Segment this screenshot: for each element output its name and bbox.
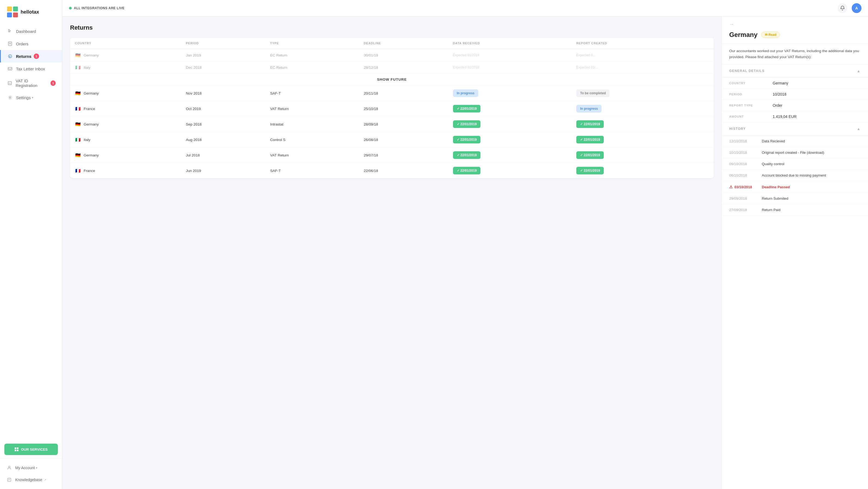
detail-label: AMOUNT bbox=[729, 114, 773, 118]
detail-value: 10/2018 bbox=[773, 92, 786, 96]
history-row: 29/09/2018 Return Submited bbox=[722, 193, 868, 204]
cell-type: Control S bbox=[265, 132, 359, 148]
show-future-label[interactable]: SHOW FUTURE bbox=[70, 73, 714, 86]
cell-deadline: 28/12/18 bbox=[359, 61, 448, 73]
sidebar-item-label: VAT ID Registration bbox=[16, 79, 49, 88]
data-received-status: ✓ 22/01/2019 bbox=[453, 120, 480, 128]
sidebar-item-returns[interactable]: € Returns 1 bbox=[0, 50, 62, 62]
col-period: PERIOD bbox=[181, 38, 265, 49]
history-event: Return Paid bbox=[762, 208, 780, 212]
detail-row: AMOUNT 1.419,04 EUR bbox=[722, 111, 868, 122]
cell-data-received: In progress bbox=[448, 86, 571, 101]
table-row[interactable]: 🇩🇪GermanyJul 2018VAT Return29/07/18✓ 22/… bbox=[70, 148, 714, 163]
my-account-label: My Account bbox=[15, 466, 35, 470]
topbar: ALL INTEGRATIONS ARE LIVE A bbox=[62, 0, 868, 17]
table-row[interactable]: 🇫🇷FranceJun 2019SAF-T22/06/18✓ 22/01/201… bbox=[70, 163, 714, 179]
table-row[interactable]: 🇫🇷FranceOct 2019VAT Return25/10/18✓ 22/0… bbox=[70, 101, 714, 117]
country-name: Germany bbox=[84, 53, 99, 57]
table-row[interactable]: 🇩🇪GermanyNov 2018SAF-T20/11/18In progres… bbox=[70, 86, 714, 101]
sidebar-item-dashboard[interactable]: Dashboard bbox=[0, 25, 62, 37]
detail-label: COUNTRY bbox=[729, 81, 773, 85]
report-created-status: In progress bbox=[576, 105, 601, 113]
country-name: Germany bbox=[84, 91, 99, 95]
svg-rect-9 bbox=[9, 44, 11, 44]
cell-report-created: In progress bbox=[571, 101, 714, 117]
svg-rect-19 bbox=[17, 450, 19, 451]
sidebar-item-knowledgebase[interactable]: Knowledgebase ↗ bbox=[0, 474, 62, 486]
back-arrow[interactable]: → bbox=[722, 17, 868, 27]
avatar-label: A bbox=[855, 6, 858, 10]
table-row[interactable]: 🇩🇪GermanySep 2018Intrastat28/09/18✓ 22/0… bbox=[70, 117, 714, 132]
detail-label: REPORT TYPE bbox=[729, 103, 773, 107]
history-title: HISTORY bbox=[729, 127, 746, 131]
history-date: 29/09/2018 bbox=[729, 196, 762, 201]
detail-label: PERIOD bbox=[729, 92, 773, 96]
history-event: Deadline Passed bbox=[762, 185, 790, 189]
flag-icon: 🇮🇹 bbox=[75, 137, 81, 142]
sidebar-item-orders[interactable]: Orders bbox=[0, 37, 62, 50]
svg-rect-1 bbox=[13, 6, 18, 11]
table-row[interactable]: 🇩🇪GermanyJan 2019EC Return30/01/19Expect… bbox=[70, 49, 714, 61]
external-link-icon: ↗ bbox=[44, 479, 46, 481]
col-country: COUNTRY bbox=[70, 38, 181, 49]
sidebar-item-vat-id[interactable]: ID VAT ID Registration 1 bbox=[0, 75, 62, 91]
panel-description: Our accountants worked out your VAT Retu… bbox=[722, 44, 868, 64]
svg-point-15 bbox=[9, 97, 11, 98]
cell-report-created: ✓ 22/01/2019 bbox=[571, 132, 714, 148]
our-services-button[interactable]: OUR SERVICES bbox=[4, 444, 58, 455]
cell-data-received: Expected 01/2019 bbox=[448, 61, 571, 73]
sidebar: hellotax Dashboard Orders € Returns 1 bbox=[0, 0, 62, 489]
history-date: ⚠ 03/10/2018 bbox=[729, 185, 762, 189]
country-name: Germany bbox=[84, 122, 99, 126]
cell-type: SAF-T bbox=[265, 86, 359, 101]
vat-badge: 1 bbox=[51, 81, 56, 86]
cell-report-created: ✓ 22/01/2019 bbox=[571, 117, 714, 132]
returns-badge: 1 bbox=[34, 54, 39, 59]
svg-rect-21 bbox=[8, 478, 11, 481]
sidebar-item-settings[interactable]: Settings ▾ bbox=[0, 91, 62, 104]
history-event: Original report created - File (download… bbox=[762, 151, 824, 155]
vat-icon: ID bbox=[7, 81, 12, 86]
table-row[interactable]: 🇮🇹ItalyDec 2018EC Return28/12/18Expected… bbox=[70, 61, 714, 73]
user-avatar[interactable]: A bbox=[852, 3, 862, 13]
table-header-row: COUNTRY PERIOD TYPE DEADLINE DATA RECEIV… bbox=[70, 38, 714, 49]
table-row[interactable]: 🇮🇹ItalyAug 2018Control S26/08/18✓ 22/01/… bbox=[70, 132, 714, 148]
chevron-up-icon-2: ▲ bbox=[857, 127, 860, 131]
history-section[interactable]: HISTORY ▲ bbox=[722, 122, 868, 135]
country-name: Italy bbox=[84, 138, 90, 142]
show-future-row[interactable]: SHOW FUTURE bbox=[70, 73, 714, 86]
detail-value: 1.419,04 EUR bbox=[773, 114, 797, 119]
svg-rect-17 bbox=[17, 448, 19, 449]
cell-country: 🇫🇷France bbox=[70, 101, 181, 117]
history-row: ⚠ 03/10/2018 Deadline Passed bbox=[722, 181, 868, 193]
warning-icon: ⚠ bbox=[729, 185, 733, 189]
sidebar-item-tax-letter-inbox[interactable]: Tax Letter Inbox bbox=[0, 62, 62, 75]
logo-text: hellotax bbox=[21, 9, 39, 15]
cell-type: VAT Return bbox=[265, 101, 359, 117]
cell-type: EC Return bbox=[265, 49, 359, 61]
svg-rect-3 bbox=[13, 12, 18, 18]
svg-rect-2 bbox=[7, 12, 12, 18]
sidebar-item-my-account[interactable]: My Account ▾ bbox=[0, 462, 62, 474]
general-details-section[interactable]: GENERAL DETAILS ▲ bbox=[722, 64, 868, 78]
cell-type: VAT Return bbox=[265, 148, 359, 163]
detail-value: Order bbox=[773, 103, 782, 108]
settings-chevron: ▾ bbox=[32, 96, 33, 99]
logo[interactable]: hellotax bbox=[0, 0, 62, 23]
flag-icon: 🇩🇪 bbox=[75, 153, 81, 157]
svg-text:€: € bbox=[9, 55, 10, 58]
sidebar-item-label: Dashboard bbox=[16, 29, 36, 34]
main-content: ALL INTEGRATIONS ARE LIVE A Returns COUN… bbox=[62, 0, 868, 489]
cell-data-received: ✓ 22/01/2019 bbox=[448, 163, 571, 179]
history-date: 09/10/2018 bbox=[729, 162, 762, 166]
returns-panel: Returns COUNTRY PERIOD TYPE DEADLINE DAT… bbox=[62, 17, 721, 489]
cell-country: 🇮🇹Italy bbox=[70, 132, 181, 148]
notifications-button[interactable] bbox=[838, 3, 847, 13]
report-created-status: ✓ 22/01/2019 bbox=[576, 120, 604, 128]
flag-icon: 🇩🇪 bbox=[75, 122, 81, 126]
cell-country: 🇩🇪Germany bbox=[70, 148, 181, 163]
cell-deadline: 26/08/18 bbox=[359, 132, 448, 148]
returns-table: COUNTRY PERIOD TYPE DEADLINE DATA RECEIV… bbox=[70, 38, 714, 178]
cell-country: 🇩🇪Germany bbox=[70, 117, 181, 132]
detail-panel: → Germany ✉ Read Our accountants worked … bbox=[721, 17, 868, 489]
